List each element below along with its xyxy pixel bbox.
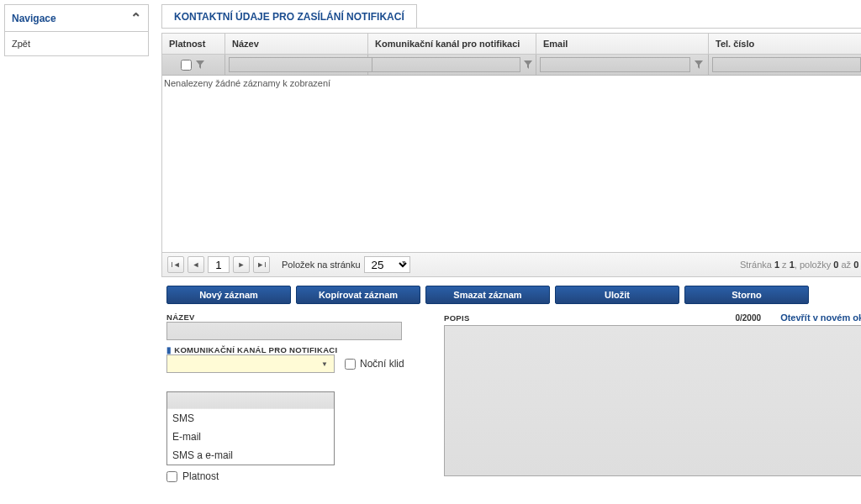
- filter-kanal-input[interactable]: [372, 57, 520, 72]
- pager-prev-button[interactable]: ◄: [188, 256, 204, 273]
- grid-filter-row: [162, 55, 861, 76]
- data-grid: Platnost Název Komunikační kanál pro not…: [161, 33, 861, 253]
- pager-summary: Stránka 1 z 1, položky 0 až 0 z 0: [740, 260, 861, 270]
- nav-item-back[interactable]: Zpět: [5, 32, 148, 55]
- sidebar: Navigace ⌃ Zpět: [4, 4, 149, 500]
- nav-panel: Navigace ⌃ Zpět: [4, 4, 149, 56]
- nav-title: Navigace: [12, 13, 56, 24]
- popis-label: POPIS: [444, 313, 470, 323]
- col-header-platnost[interactable]: Platnost: [162, 34, 225, 54]
- col-header-kanal[interactable]: Komunikační kanál pro notifikaci: [368, 34, 536, 54]
- chevron-up-icon: ⌃: [130, 10, 141, 26]
- tab-bar: KONTAKTNÍ ÚDAJE PRO ZASÍLÁNÍ NOTIFIKACÍ: [161, 4, 861, 29]
- new-record-button[interactable]: Nový záznam: [166, 286, 291, 304]
- kanal-dropdown: SMS E-mail SMS a e-mail: [166, 391, 335, 465]
- tab-contacts[interactable]: KONTAKTNÍ ÚDAJE PRO ZASÍLÁNÍ NOTIFIKACÍ: [161, 4, 417, 28]
- platnost-checkbox[interactable]: [166, 471, 177, 482]
- kanal-label: KOMUNIKAČNÍ KANÁL PRO NOTIFIKACI: [166, 345, 427, 354]
- chevron-down-icon: ▼: [319, 358, 330, 370]
- char-counter: 0/2000: [735, 313, 761, 323]
- grid-empty-text: Nenalezeny žádné záznamy k zobrazení: [164, 78, 330, 88]
- filter-nazev-input[interactable]: [229, 57, 378, 72]
- form-area: NÁZEV KOMUNIKAČNÍ KANÁL PRO NOTIFIKACI ▼…: [161, 312, 861, 482]
- open-new-window-link[interactable]: Otevřít v novém okně: [780, 312, 861, 323]
- nocni-klid-checkbox[interactable]: [345, 359, 356, 370]
- filter-email-input[interactable]: [540, 57, 690, 72]
- filter-icon[interactable]: [523, 58, 532, 71]
- popis-textarea[interactable]: [444, 325, 861, 476]
- filter-icon[interactable]: [693, 58, 705, 71]
- dropdown-option-email[interactable]: E-mail: [167, 428, 334, 446]
- nazev-label: NÁZEV: [166, 312, 427, 322]
- filter-platnost-checkbox[interactable]: [181, 60, 192, 71]
- filter-tel-input[interactable]: [712, 57, 861, 72]
- pager: I◄ ◄ ► ►I Položek na stránku 25 Stránka …: [161, 253, 861, 277]
- main: KONTAKTNÍ ÚDAJE PRO ZASÍLÁNÍ NOTIFIKACÍ …: [161, 4, 861, 500]
- dropdown-option-sms-email[interactable]: SMS a e-mail: [167, 446, 334, 465]
- nazev-input[interactable]: [166, 322, 402, 340]
- grid-body: Nenalezeny žádné záznamy k zobrazení: [162, 76, 861, 252]
- pager-items-label: Položek na stránku: [282, 260, 361, 270]
- kanal-combobox[interactable]: ▼: [166, 354, 335, 373]
- platnost-label: Platnost: [182, 470, 219, 482]
- action-bar: Nový záznam Kopírovat záznam Smazat zázn…: [161, 277, 861, 312]
- pager-last-button[interactable]: ►I: [253, 256, 270, 273]
- dropdown-blank-option[interactable]: [167, 392, 334, 409]
- nocni-klid-label: Noční klid: [360, 358, 404, 370]
- col-header-nazev[interactable]: Název: [225, 34, 368, 54]
- cancel-button[interactable]: Storno: [684, 286, 809, 304]
- grid-header: Platnost Název Komunikační kanál pro not…: [162, 34, 861, 55]
- pager-pagesize-select[interactable]: 25: [364, 256, 410, 273]
- delete-record-button[interactable]: Smazat záznam: [425, 286, 550, 304]
- dropdown-option-sms[interactable]: SMS: [167, 409, 334, 428]
- filter-icon[interactable]: [194, 58, 206, 71]
- pager-next-button[interactable]: ►: [233, 256, 250, 273]
- copy-record-button[interactable]: Kopírovat záznam: [296, 286, 420, 304]
- pager-first-button[interactable]: I◄: [167, 256, 184, 273]
- pager-page-input[interactable]: [208, 256, 230, 273]
- col-header-email[interactable]: Email: [536, 34, 709, 54]
- save-button[interactable]: Uložit: [555, 286, 679, 304]
- nav-header[interactable]: Navigace ⌃: [5, 5, 148, 32]
- col-header-tel[interactable]: Tel. číslo: [709, 34, 861, 54]
